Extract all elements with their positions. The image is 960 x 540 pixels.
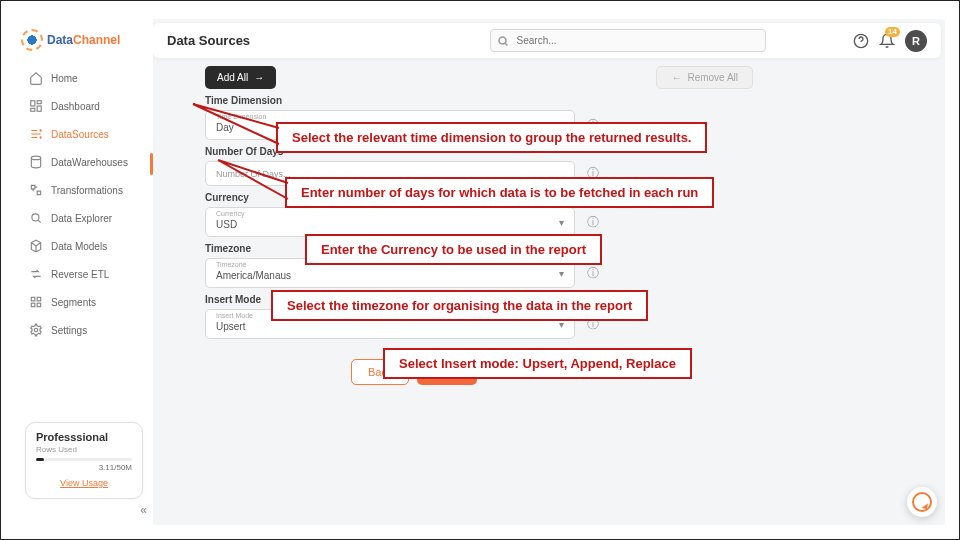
button-label: Add All bbox=[217, 72, 248, 83]
sidebar-item-data-models[interactable]: Data Models bbox=[19, 233, 153, 259]
sidebar-item-label: Reverse ETL bbox=[51, 269, 109, 280]
chat-bubble-button[interactable] bbox=[907, 487, 937, 517]
svg-rect-11 bbox=[37, 303, 41, 307]
info-icon[interactable]: ⓘ bbox=[587, 214, 599, 231]
sidebar-item-label: DataWarehouses bbox=[51, 157, 128, 168]
next-button[interactable]: Next bbox=[417, 359, 477, 385]
info-icon[interactable]: ⓘ bbox=[587, 117, 599, 134]
svg-rect-9 bbox=[37, 297, 41, 301]
main: Data Sources 14 R Add All bbox=[153, 19, 945, 525]
nav: Home Dashboard DataSources DataWarehouse… bbox=[15, 65, 153, 343]
field-timezone: Timezone Timezone America/Manaus ▾ ⓘ bbox=[205, 243, 933, 288]
dashboard-icon bbox=[29, 99, 43, 113]
sidebar-item-settings[interactable]: Settings bbox=[19, 317, 153, 343]
info-icon[interactable]: ⓘ bbox=[587, 265, 599, 282]
top-actions: 14 R bbox=[853, 30, 927, 52]
button-label: Remove All bbox=[687, 72, 738, 83]
content: Add All → ← Remove All Time Dimension Ti… bbox=[153, 58, 945, 525]
chevron-down-icon: ▾ bbox=[559, 217, 564, 228]
explorer-icon bbox=[29, 211, 43, 225]
settings-icon bbox=[29, 323, 43, 337]
svg-point-12 bbox=[34, 328, 38, 332]
segments-icon bbox=[29, 295, 43, 309]
sidebar-item-datasources[interactable]: DataSources bbox=[19, 121, 153, 147]
field-currency: Currency Currency USD ▾ ⓘ bbox=[205, 192, 933, 237]
home-icon bbox=[29, 71, 43, 85]
select-value: Day bbox=[216, 122, 564, 133]
sidebar-item-label: Data Models bbox=[51, 241, 107, 252]
plan-card: Professsional Rows Used 3.11/50M View Us… bbox=[25, 422, 143, 499]
warehouse-icon bbox=[29, 155, 43, 169]
input-placeholder: Number Of Days... bbox=[216, 169, 291, 179]
remove-all-button[interactable]: ← Remove All bbox=[656, 66, 753, 89]
reverse-etl-icon bbox=[29, 267, 43, 281]
sidebar-item-label: Segments bbox=[51, 297, 96, 308]
number-of-days-input[interactable]: Number Of Days... bbox=[205, 161, 575, 186]
sidebar-item-datawarehouses[interactable]: DataWarehouses bbox=[19, 149, 153, 175]
plan-value: 3.11/50M bbox=[36, 463, 132, 472]
notifications-icon[interactable]: 14 bbox=[879, 33, 895, 49]
svg-point-6 bbox=[31, 156, 40, 160]
select-floating-label: Time Dimension bbox=[216, 113, 266, 120]
plan-progress bbox=[36, 458, 132, 461]
transform-icon bbox=[29, 183, 43, 197]
svg-point-7 bbox=[32, 214, 39, 221]
sidebar-item-home[interactable]: Home bbox=[19, 65, 153, 91]
page-title: Data Sources bbox=[167, 33, 250, 48]
sidebar-item-data-explorer[interactable]: Data Explorer bbox=[19, 205, 153, 231]
svg-rect-3 bbox=[31, 108, 35, 111]
notifications-badge: 14 bbox=[885, 27, 900, 37]
field-number-of-days: Number Of Days Number Of Days... ⓘ bbox=[205, 146, 933, 186]
sidebar-item-label: Home bbox=[51, 73, 78, 84]
chevron-down-icon: ▾ bbox=[559, 120, 564, 131]
field-insert-mode: Insert Mode Insert Mode Upsert ▾ ⓘ bbox=[205, 294, 933, 339]
insert-mode-select[interactable]: Insert Mode Upsert ▾ bbox=[205, 309, 575, 339]
sidebar-item-dashboard[interactable]: Dashboard bbox=[19, 93, 153, 119]
svg-rect-8 bbox=[31, 297, 34, 301]
brand-logo-icon bbox=[21, 29, 43, 51]
sidebar-item-segments[interactable]: Segments bbox=[19, 289, 153, 315]
sidebar-item-label: Data Explorer bbox=[51, 213, 112, 224]
time-dimension-select[interactable]: Time Dimension Day ▾ bbox=[205, 110, 575, 140]
arrow-right-icon: → bbox=[254, 72, 264, 83]
svg-rect-2 bbox=[37, 106, 41, 111]
search-box bbox=[490, 29, 730, 52]
field-label: Timezone bbox=[205, 243, 933, 254]
svg-point-4 bbox=[40, 130, 41, 131]
sidebar-item-label: DataSources bbox=[51, 129, 109, 140]
chevron-down-icon: ▾ bbox=[559, 319, 564, 330]
avatar[interactable]: R bbox=[905, 30, 927, 52]
brand: DataChannel bbox=[15, 19, 153, 65]
wizard-nav: Back Next bbox=[351, 359, 933, 385]
help-icon[interactable] bbox=[853, 33, 869, 49]
svg-rect-0 bbox=[31, 101, 35, 106]
search-input[interactable] bbox=[490, 29, 766, 52]
select-value: USD bbox=[216, 219, 564, 230]
select-floating-label: Currency bbox=[216, 210, 244, 217]
svg-point-13 bbox=[499, 37, 506, 44]
chevron-down-icon: ▾ bbox=[559, 268, 564, 279]
models-icon bbox=[29, 239, 43, 253]
plan-sub: Rows Used bbox=[36, 445, 132, 454]
collapse-sidebar-icon[interactable]: « bbox=[140, 503, 147, 517]
field-label: Number Of Days bbox=[205, 146, 933, 157]
svg-rect-1 bbox=[37, 101, 41, 104]
arrow-left-icon: ← bbox=[671, 72, 681, 83]
sidebar: DataChannel Home Dashboard DataSources bbox=[15, 19, 153, 525]
add-all-button[interactable]: Add All → bbox=[205, 66, 276, 89]
chat-icon bbox=[912, 492, 932, 512]
svg-point-5 bbox=[40, 137, 41, 138]
sidebar-item-reverse-etl[interactable]: Reverse ETL bbox=[19, 261, 153, 287]
sidebar-item-transformations[interactable]: Transformations bbox=[19, 177, 153, 203]
field-label: Currency bbox=[205, 192, 933, 203]
plan-name: Professsional bbox=[36, 431, 132, 443]
info-icon[interactable]: ⓘ bbox=[587, 316, 599, 333]
field-time-dimension: Time Dimension Time Dimension Day ▾ ⓘ bbox=[205, 95, 933, 140]
currency-select[interactable]: Currency USD ▾ bbox=[205, 207, 575, 237]
timezone-select[interactable]: Timezone America/Manaus ▾ bbox=[205, 258, 575, 288]
view-usage-link[interactable]: View Usage bbox=[36, 478, 132, 488]
back-button[interactable]: Back bbox=[351, 359, 409, 385]
brand-text: DataChannel bbox=[47, 33, 120, 47]
topbar: Data Sources 14 R bbox=[153, 23, 941, 58]
info-icon[interactable]: ⓘ bbox=[587, 165, 599, 182]
